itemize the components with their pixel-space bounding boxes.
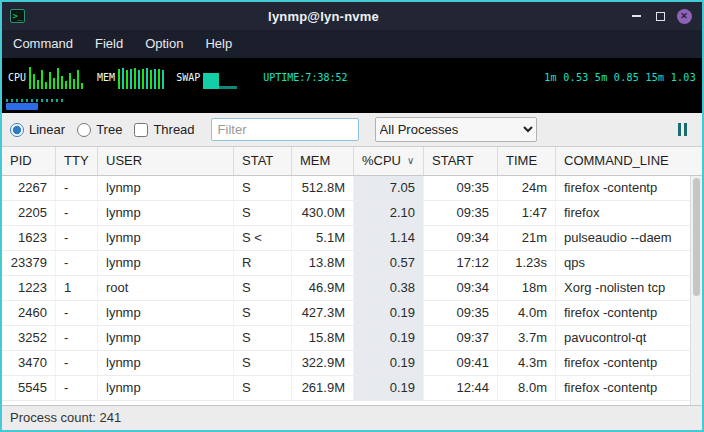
swap-label: SWAP <box>176 72 200 83</box>
process-count: Process count: 241 <box>10 410 121 425</box>
minimize-button[interactable] <box>626 7 646 25</box>
pid-cell: 3252 <box>2 326 56 350</box>
swap-graph <box>203 65 237 89</box>
cpu-cell: 7.05 <box>354 176 424 200</box>
mem-cell: 430.0M <box>292 201 354 225</box>
cpu-cell: 0.19 <box>354 376 424 400</box>
cpu-cell: 0.19 <box>354 351 424 375</box>
restore-button[interactable] <box>650 7 670 25</box>
close-icon: ✕ <box>677 9 692 24</box>
uptime-value: UPTIME:7:38:52 <box>263 72 347 83</box>
column-header-stat[interactable]: STAT <box>234 147 292 175</box>
graph-ticks <box>6 99 64 102</box>
start-cell: 09:34 <box>424 276 498 300</box>
command-cell: firefox -contentp <box>556 376 702 400</box>
cpu-cell: 0.19 <box>354 326 424 350</box>
cpu-cell: 1.14 <box>354 226 424 250</box>
menu-item-help[interactable]: Help <box>194 30 243 58</box>
scrollbar-thumb[interactable] <box>693 178 700 296</box>
table-row[interactable]: 23379 - lynmp R 13.8M 0.57 17:12 1.23s q… <box>2 251 702 276</box>
tty-cell: - <box>56 376 98 400</box>
close-button[interactable]: ✕ <box>674 7 694 25</box>
table-row[interactable]: 2205 - lynmp S 430.0M 2.10 09:35 1:47 fi… <box>2 201 702 226</box>
user-cell: lynmp <box>98 251 234 275</box>
tree-label-text: Tree <box>96 122 122 137</box>
mem-cell: 46.9M <box>292 276 354 300</box>
pid-cell: 2460 <box>2 301 56 325</box>
menu-item-field[interactable]: Field <box>84 30 134 58</box>
cpu-cell: 0.19 <box>354 301 424 325</box>
linear-radio[interactable] <box>10 123 24 137</box>
table-row[interactable]: 1623 - lynmp S < 5.1M 1.14 09:34 21m pul… <box>2 226 702 251</box>
table-row[interactable]: 2267 - lynmp S 512.8M 7.05 09:35 24m fir… <box>2 176 702 201</box>
tty-cell: - <box>56 351 98 375</box>
cpu-cell: 0.57 <box>354 251 424 275</box>
system-monitor-strip: CPU MEM SWAP UPTIME:7:38:52 1m 0.53 5m 0… <box>2 58 702 96</box>
stat-cell: S <box>234 276 292 300</box>
tty-cell: - <box>56 201 98 225</box>
titlebar: >_ lynmp@lyn-nvme ✕ <box>2 2 702 30</box>
time-cell: 24m <box>498 176 556 200</box>
start-cell: 17:12 <box>424 251 498 275</box>
vertical-scrollbar[interactable] <box>690 176 702 405</box>
load-average-value: 1m 0.53 5m 0.85 15m 1.03 <box>544 72 696 83</box>
tree-radio[interactable] <box>77 123 91 137</box>
table-row[interactable]: 1223 1 root S 46.9M 0.38 09:34 18m Xorg … <box>2 276 702 301</box>
user-cell: lynmp <box>98 226 234 250</box>
column-header-tty[interactable]: TTY <box>56 147 98 175</box>
mem-cell: 427.3M <box>292 301 354 325</box>
mem-cell: 5.1M <box>292 226 354 250</box>
command-cell: Xorg -nolisten tcp <box>556 276 702 300</box>
column-header-command-line[interactable]: COMMAND_LINE <box>556 147 702 175</box>
table-row[interactable]: 3470 - lynmp S 322.9M 0.19 09:41 4.3m fi… <box>2 351 702 376</box>
start-cell: 12:44 <box>424 376 498 400</box>
time-cell: 21m <box>498 226 556 250</box>
user-cell: root <box>98 276 234 300</box>
linear-label-text: Linear <box>29 122 65 137</box>
table-row[interactable]: 3252 - lynmp S 15.8M 0.19 09:37 3.7m pav… <box>2 326 702 351</box>
pause-button[interactable] <box>675 120 690 139</box>
mem-cell: 13.8M <box>292 251 354 275</box>
load-graph-strip <box>2 96 702 113</box>
filter-input[interactable] <box>211 118 359 141</box>
mem-cell: 512.8M <box>292 176 354 200</box>
command-cell: pavucontrol-qt <box>556 326 702 350</box>
pid-cell: 1623 <box>2 226 56 250</box>
sort-descending-icon: ∨ <box>407 147 414 175</box>
cpu-cell: 2.10 <box>354 201 424 225</box>
table-row[interactable]: 5545 - lynmp S 261.9M 0.19 12:44 8.0m fi… <box>2 376 702 401</box>
menubar: Command Field Option Help <box>2 30 702 58</box>
column-header-user[interactable]: USER <box>98 147 234 175</box>
table-row[interactable]: 2460 - lynmp S 427.3M 0.19 09:35 4.0m fi… <box>2 301 702 326</box>
linear-radio-label[interactable]: Linear <box>10 122 65 137</box>
start-cell: 09:35 <box>424 301 498 325</box>
cpu-graph <box>29 65 87 89</box>
load-bar-graph <box>6 103 38 110</box>
mem-cell: 322.9M <box>292 351 354 375</box>
thread-checkbox[interactable] <box>134 123 148 137</box>
user-cell: lynmp <box>98 176 234 200</box>
column-header-cpu[interactable]: %CPU ∨ <box>354 147 424 175</box>
stat-cell: S <box>234 326 292 350</box>
thread-checkbox-label[interactable]: Thread <box>134 122 194 137</box>
column-header-start[interactable]: START <box>424 147 498 175</box>
column-header-time[interactable]: TIME <box>498 147 556 175</box>
column-header-mem[interactable]: MEM <box>292 147 354 175</box>
menu-item-command[interactable]: Command <box>2 30 84 58</box>
command-cell: pulseaudio --daem <box>556 226 702 250</box>
pid-cell: 2205 <box>2 201 56 225</box>
time-cell: 3.7m <box>498 326 556 350</box>
restore-icon <box>656 12 665 21</box>
stat-cell: S <box>234 351 292 375</box>
tty-cell: - <box>56 176 98 200</box>
menu-item-option[interactable]: Option <box>134 30 194 58</box>
command-cell: firefox <box>556 201 702 225</box>
command-cell: firefox -contentp <box>556 176 702 200</box>
column-header-pid[interactable]: PID <box>2 147 56 175</box>
user-cell: lynmp <box>98 351 234 375</box>
minimize-icon <box>632 15 641 17</box>
tty-cell: - <box>56 301 98 325</box>
process-filter-select[interactable]: All Processes <box>375 117 537 142</box>
stat-cell: S <box>234 176 292 200</box>
tree-radio-label[interactable]: Tree <box>77 122 122 137</box>
